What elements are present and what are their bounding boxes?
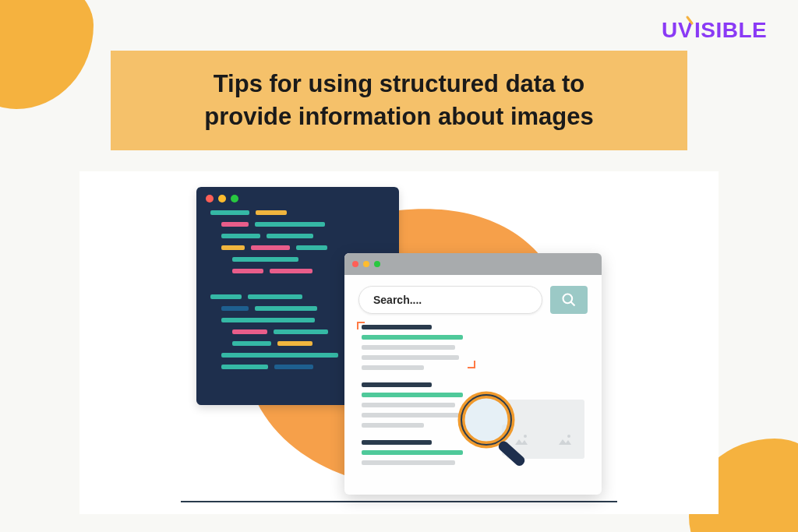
svg-point-6 <box>567 435 570 438</box>
browser-window: Search.... <box>344 253 602 495</box>
illustration-card: Search.... <box>79 171 719 514</box>
result-item <box>362 325 471 370</box>
minimize-dot-icon <box>363 261 369 267</box>
magnifying-glass-icon <box>454 387 539 473</box>
close-dot-icon <box>352 261 358 267</box>
maximize-dot-icon <box>231 195 238 203</box>
brand-logo: U V ISIBLE <box>662 14 775 47</box>
title-line-2: provide information about images <box>204 103 594 130</box>
svg-rect-9 <box>496 439 526 467</box>
search-button[interactable] <box>550 286 588 314</box>
minimize-dot-icon <box>218 195 226 203</box>
image-icon <box>556 432 574 448</box>
baseline-divider <box>181 501 617 502</box>
svg-point-3 <box>563 294 573 304</box>
window-controls <box>196 187 399 210</box>
browser-titlebar <box>344 253 602 275</box>
title-line-1: Tips for using structured data to <box>214 70 585 97</box>
search-input[interactable]: Search.... <box>358 286 542 314</box>
decorative-blob-top-left <box>0 0 94 109</box>
svg-line-4 <box>571 302 575 306</box>
search-icon <box>561 292 577 308</box>
svg-text:ISIBLE: ISIBLE <box>694 18 767 42</box>
search-row: Search.... <box>344 275 602 325</box>
page-title: Tips for using structured data to provid… <box>142 68 656 133</box>
image-placeholder <box>546 425 584 456</box>
search-results <box>344 325 602 465</box>
title-banner: Tips for using structured data to provid… <box>111 51 687 150</box>
search-placeholder: Search.... <box>373 294 422 306</box>
svg-text:U: U <box>662 18 678 42</box>
close-dot-icon <box>206 195 214 203</box>
maximize-dot-icon <box>374 261 380 267</box>
